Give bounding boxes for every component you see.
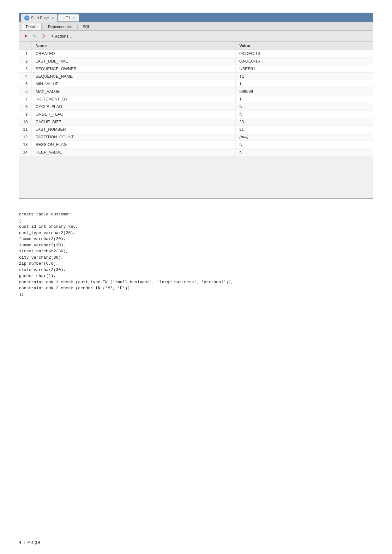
row-name: MAX_VALUE bbox=[32, 88, 235, 95]
table-row: 9ORDER_FLAGN bbox=[19, 111, 373, 118]
footer-page-number: 4 bbox=[19, 540, 21, 545]
table-row: 8CYCLE_FLAGN bbox=[19, 103, 373, 111]
row-number: 10 bbox=[19, 118, 32, 126]
actions-label: Actions... bbox=[55, 34, 72, 39]
row-number: 5 bbox=[19, 80, 32, 88]
toolbar-add-button[interactable]: ✦ bbox=[22, 32, 29, 40]
row-extra bbox=[354, 50, 373, 57]
col-num-header bbox=[19, 42, 32, 50]
table-icon: ⊞ bbox=[62, 16, 64, 20]
table-row: 5MIN_VALUE1 bbox=[19, 80, 373, 88]
actions-dropdown-arrow: ▼ bbox=[51, 34, 54, 38]
row-extra bbox=[354, 141, 373, 148]
row-value: (null) bbox=[235, 133, 354, 141]
row-number: 11 bbox=[19, 126, 32, 133]
row-extra bbox=[354, 73, 373, 80]
row-number: 7 bbox=[19, 95, 32, 103]
actions-button[interactable]: ▼ Actions... bbox=[48, 33, 74, 39]
sub-tab-dependencies[interactable]: Dependencies bbox=[44, 23, 76, 30]
row-extra bbox=[354, 103, 373, 111]
row-value: 1 bbox=[235, 95, 354, 103]
tab-start-page-close[interactable]: ✕ bbox=[51, 16, 54, 20]
row-extra bbox=[354, 57, 373, 65]
main-panel: Details | Dependencies | SQL ✦ ✎ ⟳ ▼ bbox=[19, 22, 373, 199]
row-extra bbox=[354, 65, 373, 73]
sub-tab-details-label: Details bbox=[26, 25, 38, 29]
row-value: 999999 bbox=[235, 88, 354, 95]
row-number: 2 bbox=[19, 57, 32, 65]
sql-block: create table customer ( cust_id int prim… bbox=[19, 211, 373, 298]
row-extra bbox=[354, 80, 373, 88]
toolbar: ✦ ✎ ⟳ ▼ Actions... bbox=[19, 31, 373, 42]
tab-t1[interactable]: ⊞ T1 ✕ bbox=[58, 14, 79, 21]
row-extra bbox=[354, 118, 373, 126]
sub-tab-separator-1: | bbox=[42, 25, 44, 29]
row-number: 13 bbox=[19, 141, 32, 148]
row-extra bbox=[354, 111, 373, 118]
tab-start-page-label: Start Page bbox=[31, 16, 49, 20]
row-name: MIN_VALUE bbox=[32, 80, 235, 88]
table-row: 3SEQUENCE_OWNERUSER91 bbox=[19, 65, 373, 73]
row-value: N bbox=[235, 103, 354, 111]
row-extra bbox=[354, 126, 373, 133]
row-value: N bbox=[235, 148, 354, 156]
row-name: LAST_DDL_TIME bbox=[32, 57, 235, 65]
tab-t1-label: T1 bbox=[66, 16, 70, 20]
data-table: Name Value 1CREATED03-DEC-162LAST_DDL_TI… bbox=[19, 42, 373, 156]
row-value: T1 bbox=[235, 73, 354, 80]
sub-tab-sql[interactable]: SQL bbox=[79, 23, 94, 30]
tab-start-page[interactable]: ? Start Page ✕ bbox=[21, 14, 57, 22]
table-row: 13SESSION_FLAGN bbox=[19, 141, 373, 148]
row-name: SEQUENCE_OWNER bbox=[32, 65, 235, 73]
table-row: 6MAX_VALUE999999 bbox=[19, 88, 373, 95]
row-value: 03-DEC-16 bbox=[235, 57, 354, 65]
row-number: 6 bbox=[19, 88, 32, 95]
table-row: 7INCREMENT_BY1 bbox=[19, 95, 373, 103]
row-value: N bbox=[235, 141, 354, 148]
row-value: 1 bbox=[235, 80, 354, 88]
row-number: 14 bbox=[19, 148, 32, 156]
sub-tab-details[interactable]: Details bbox=[22, 23, 42, 30]
row-extra bbox=[354, 133, 373, 141]
row-value: N bbox=[235, 111, 354, 118]
sub-tab-separator-2: | bbox=[76, 25, 79, 29]
row-name: CACHE_SIZE bbox=[32, 118, 235, 126]
page-footer: 4 | P a g e bbox=[19, 537, 373, 545]
table-row: 2LAST_DDL_TIME03-DEC-16 bbox=[19, 57, 373, 65]
row-value: USER91 bbox=[235, 65, 354, 73]
table-body: 1CREATED03-DEC-162LAST_DDL_TIME03-DEC-16… bbox=[19, 50, 373, 156]
question-icon: ? bbox=[24, 15, 29, 21]
add-icon: ✦ bbox=[24, 33, 28, 39]
row-number: 9 bbox=[19, 111, 32, 118]
row-name: KEEP_VALUE bbox=[32, 148, 235, 156]
row-number: 8 bbox=[19, 103, 32, 111]
footer-page-label: P a g e bbox=[27, 540, 40, 545]
row-name: LAST_NUMBER bbox=[32, 126, 235, 133]
row-value: 20 bbox=[235, 118, 354, 126]
edit-icon: ✎ bbox=[33, 33, 36, 39]
row-number: 3 bbox=[19, 65, 32, 73]
row-name: CYCLE_FLAG bbox=[32, 103, 235, 111]
table-header: Name Value bbox=[19, 42, 373, 50]
row-number: 12 bbox=[19, 133, 32, 141]
row-name: CREATED bbox=[32, 50, 235, 57]
col-extra-header bbox=[354, 42, 373, 50]
toolbar-refresh-button[interactable]: ⟳ bbox=[39, 32, 47, 40]
tab-t1-close[interactable]: ✕ bbox=[73, 16, 75, 20]
row-number: 1 bbox=[19, 50, 32, 57]
table-row: 14KEEP_VALUEN bbox=[19, 148, 373, 156]
row-name: SEQUENCE_NAME bbox=[32, 73, 235, 80]
row-number: 4 bbox=[19, 73, 32, 80]
sub-tab-dependencies-label: Dependencies bbox=[48, 25, 72, 29]
sub-tab-bar: Details | Dependencies | SQL bbox=[19, 22, 373, 31]
table-row: 1CREATED03-DEC-16 bbox=[19, 50, 373, 57]
row-name: INCREMENT_BY bbox=[32, 95, 235, 103]
footer-pipe: | bbox=[24, 540, 25, 545]
col-name-header: Name bbox=[32, 42, 235, 50]
toolbar-edit-button[interactable]: ✎ bbox=[31, 32, 38, 40]
row-value: 03-DEC-16 bbox=[235, 50, 354, 57]
row-name: ORDER_FLAG bbox=[32, 111, 235, 118]
table-row: 4SEQUENCE_NAMET1 bbox=[19, 73, 373, 80]
table-row: 10CACHE_SIZE20 bbox=[19, 118, 373, 126]
col-value-header: Value bbox=[235, 42, 354, 50]
